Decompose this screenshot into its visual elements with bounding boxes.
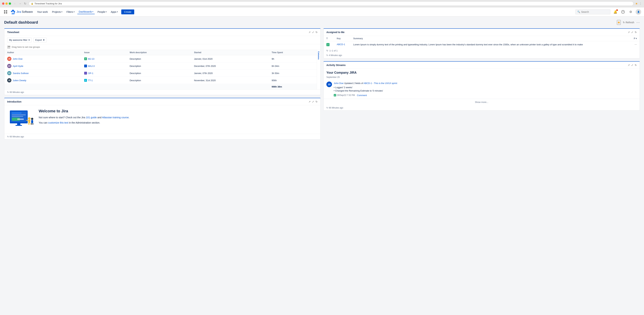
- row-groups-label: Drag here to set row groups: [12, 46, 40, 48]
- assigned-refresh-button[interactable]: ↻: [635, 31, 637, 34]
- nav-your-work[interactable]: Your work: [36, 10, 49, 14]
- svg-rect-12: [12, 116, 23, 117]
- timesheet-refresh-time: ↻ 66 Minutes ago: [4, 90, 320, 95]
- svg-rect-23: [31, 120, 33, 123]
- address-bar[interactable]: 🔒 Timesheet Tracking for Jira: [29, 2, 634, 6]
- intro-undock-button[interactable]: ↗: [308, 100, 310, 103]
- assigned-expand-button[interactable]: ⤢: [631, 31, 633, 34]
- training-link[interactable]: Atlassian training course: [102, 116, 129, 119]
- issue-link[interactable]: OP-1: [88, 72, 93, 74]
- issue-link[interactable]: TT-1: [88, 79, 93, 82]
- export-button[interactable]: Export ⬆: [34, 38, 47, 42]
- page-title: Default dashboard: [4, 20, 38, 25]
- timesheet-undock-button[interactable]: ↗: [308, 31, 310, 34]
- favorite-button[interactable]: ★: [617, 20, 621, 25]
- guide-link[interactable]: 101 guide: [86, 116, 97, 119]
- projects-chevron-icon: ▾: [62, 11, 62, 13]
- customize-link[interactable]: customize this text: [48, 121, 68, 124]
- intro-body: Welcome to Jira Not sure where to start?…: [4, 105, 320, 134]
- author-link[interactable]: Julien Dewdy: [13, 79, 26, 82]
- svg-rect-6: [7, 48, 10, 48]
- description-cell: Description: [127, 70, 191, 77]
- issue-key-cell: ABCD-1: [334, 41, 350, 48]
- refresh-icon: ↻: [623, 21, 625, 24]
- settings-button[interactable]: ⚙: [628, 9, 634, 15]
- nav-projects[interactable]: Projects ▾: [50, 10, 64, 14]
- filter-dropdown[interactable]: My awesome filter ▾: [7, 38, 32, 42]
- activity-issue-type-icon: [334, 94, 336, 96]
- search-box[interactable]: 🔍: [576, 10, 610, 14]
- svg-rect-5: [7, 47, 10, 47]
- activity-detail-1: • Logged '2 weeks': [334, 86, 637, 89]
- show-more-button[interactable]: Show more...: [324, 99, 640, 105]
- assigned-refresh-time: ↻ 4 Minutes ago: [324, 54, 640, 58]
- activity-undock-button[interactable]: ↗: [628, 64, 630, 66]
- refresh-button[interactable]: ↻ Refresh: [623, 21, 634, 24]
- table-row: ✓ ABCD-1 Lorem Ipsum is simply dummy tex…: [324, 41, 640, 48]
- search-input[interactable]: [581, 10, 608, 13]
- assigned-undock-button[interactable]: ↗: [628, 31, 630, 34]
- nav-apps[interactable]: Apps ▾: [110, 10, 119, 14]
- activity-refresh-icon: ↻: [326, 106, 328, 109]
- activity-refresh-button[interactable]: ↻: [635, 64, 637, 66]
- svg-rect-1: [6, 10, 7, 12]
- notifications-button[interactable]: 🔔: [612, 9, 618, 15]
- author-link[interactable]: John Doe: [13, 58, 22, 60]
- activity-item: JD John Doe Updated 2 fields of ABCD-1 -…: [324, 80, 640, 99]
- bookmark-icon[interactable]: ★: [635, 2, 638, 5]
- help-button[interactable]: ?: [620, 9, 626, 15]
- activity-expand-button[interactable]: ⤢: [631, 64, 633, 66]
- user-avatar[interactable]: 👤: [636, 9, 641, 15]
- intro-refresh-icon: ↻: [7, 136, 9, 138]
- svg-rect-11: [12, 114, 26, 115]
- timespent-cell: 9h: [269, 55, 317, 62]
- timesheet-table: Author Issue Work description Started Ti…: [4, 50, 317, 90]
- assigned-table: T Key Summary P ▾ ✓: [324, 36, 640, 48]
- browser-chrome: ← → ↻ 🔒 Timesheet Tracking for Jira ★ ⋮: [0, 0, 644, 7]
- issue-cell: ● MJ-13: [82, 55, 127, 62]
- activity-timestamp: 29/Sep/22 7:32 PM: [337, 94, 355, 97]
- filter-chevron-icon: ▾: [28, 39, 30, 41]
- intro-refresh-button[interactable]: ↻: [316, 100, 318, 103]
- task-icon: ✓: [84, 64, 87, 68]
- columns-sidebar[interactable]: Columns: [317, 50, 320, 90]
- apps-chevron-icon: ▾: [117, 11, 118, 13]
- col-timespent: Time Spent: [269, 50, 317, 55]
- back-button[interactable]: ←: [13, 2, 17, 6]
- jira-logo[interactable]: Jira Software: [10, 10, 33, 14]
- activity-issue-link[interactable]: ABCD-1 - This is the UX/UI sprint: [364, 82, 397, 84]
- browser-menu-icon[interactable]: ⋮: [639, 2, 642, 5]
- people-chevron-icon: ▾: [106, 11, 106, 13]
- activity-streams-widget: Activity Streams ↗ ⤢ ↻ Your Company JIRA…: [324, 61, 640, 110]
- close-button[interactable]: [2, 2, 4, 5]
- issue-key-link[interactable]: ABCD-1: [337, 43, 345, 46]
- app-grid-button[interactable]: [3, 9, 8, 15]
- help-icon: ?: [621, 10, 625, 14]
- nav-people[interactable]: People ▾: [96, 10, 108, 14]
- timesheet-expand-button[interactable]: ⤢: [312, 31, 314, 34]
- svg-rect-10: [12, 112, 21, 114]
- issue-link[interactable]: MJ-13: [88, 58, 94, 60]
- minimize-button[interactable]: [6, 2, 8, 5]
- pagination-info: ↻ 1–1 of 1: [324, 48, 640, 54]
- activity-user-link[interactable]: John Doe: [334, 82, 344, 84]
- author-link[interactable]: April Hyde: [13, 65, 23, 68]
- intro-expand-button[interactable]: ⤢: [312, 100, 314, 103]
- nav-filters[interactable]: Filters ▾: [65, 10, 76, 14]
- author-link[interactable]: Sandra Sullivan: [13, 72, 29, 74]
- activity-comment-link[interactable]: Comment: [357, 94, 367, 97]
- description-cell: Description: [127, 55, 191, 62]
- svg-rect-14: [17, 118, 24, 120]
- maximize-button[interactable]: [9, 2, 11, 5]
- reload-button[interactable]: ↻: [23, 2, 27, 6]
- introduction-title: Introduction: [7, 100, 22, 103]
- subtask-icon: ⊟: [84, 79, 87, 82]
- col-type: T: [324, 36, 334, 41]
- more-options-button[interactable]: ⋯: [636, 20, 640, 24]
- timesheet-refresh-button[interactable]: ↻: [316, 31, 318, 34]
- timesheet-title: Timesheet: [7, 31, 19, 34]
- issue-link[interactable]: MAJ-3: [88, 65, 95, 68]
- forward-button[interactable]: →: [18, 2, 22, 6]
- create-button[interactable]: Create: [121, 10, 134, 14]
- nav-dashboards[interactable]: Dashboards ▾: [77, 10, 95, 14]
